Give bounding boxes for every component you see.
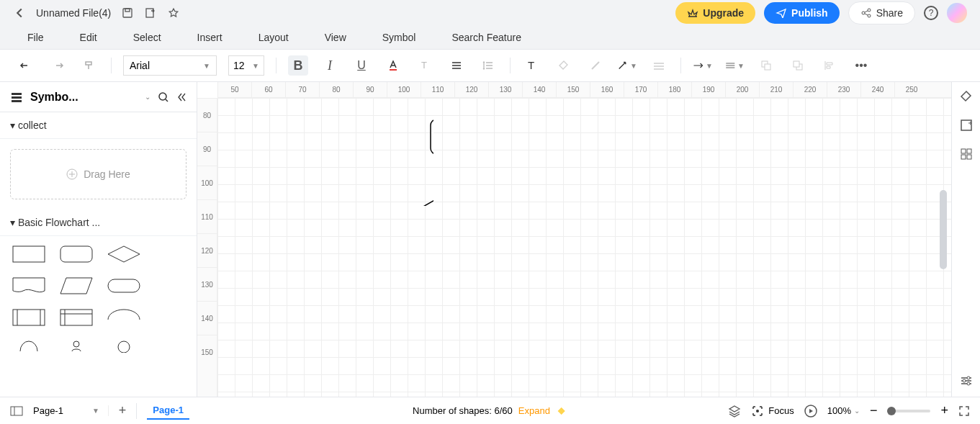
upgrade-button[interactable]: Upgrade: [675, 2, 755, 24]
focus-icon[interactable]: Focus: [751, 405, 794, 418]
help-icon[interactable]: ?: [924, 6, 938, 20]
drag-here-zone[interactable]: Drag Here: [10, 149, 186, 199]
expand-button[interactable]: Expand: [518, 405, 550, 416]
settings-icon[interactable]: [959, 374, 974, 388]
menu-insert[interactable]: Insert: [197, 32, 222, 43]
scrollbar-vertical[interactable]: [940, 190, 947, 269]
shape-rectangle[interactable]: [10, 243, 48, 265]
underline-icon[interactable]: U: [351, 55, 372, 76]
menu-select[interactable]: Select: [133, 32, 161, 43]
line-color-icon[interactable]: [585, 55, 606, 76]
collect-section[interactable]: ▾ collect: [0, 112, 197, 139]
svg-rect-19: [60, 246, 92, 262]
back-icon[interactable]: [13, 6, 26, 19]
svg-point-24: [118, 341, 130, 353]
sidebar-left: Symbo... ⌄ ▾ collect Drag Here ▾ Basic F…: [0, 82, 197, 397]
basic-flowchart-section[interactable]: ▾ Basic Flowchart ...: [0, 209, 197, 236]
shape-predefined[interactable]: [10, 307, 48, 328]
basic-flowchart-label: Basic Flowchart ...: [18, 217, 100, 228]
zoom-select[interactable]: 100%⌄: [827, 405, 860, 416]
presentation-icon[interactable]: [804, 405, 817, 418]
font-select[interactable]: Arial▼: [123, 55, 217, 76]
shape-rounded-rect[interactable]: [58, 243, 95, 265]
redo-icon[interactable]: [48, 55, 68, 76]
more-icon[interactable]: •••: [851, 55, 871, 76]
publish-button[interactable]: Publish: [764, 2, 840, 24]
library-icon: [10, 91, 23, 104]
shape-manual-op[interactable]: [58, 338, 95, 353]
shape-circle-half[interactable]: [10, 338, 48, 353]
page-list-icon[interactable]: [10, 406, 23, 416]
file-name[interactable]: Unnamed File(4): [36, 7, 111, 19]
collect-label: collect: [18, 119, 47, 131]
text-tool-icon[interactable]: T: [522, 55, 542, 76]
svg-rect-21: [13, 310, 45, 325]
shape-connector-circle[interactable]: [105, 338, 143, 353]
search-icon[interactable]: [158, 91, 169, 103]
canvas[interactable]: 5060708090100110120130140150160170180190…: [197, 82, 951, 397]
expand-lib-icon[interactable]: ⌄: [145, 93, 150, 101]
shape-document[interactable]: [10, 275, 48, 297]
arrow-style-icon[interactable]: ▼: [693, 55, 713, 76]
font-color-icon[interactable]: [383, 55, 403, 76]
menu-file[interactable]: File: [27, 32, 44, 43]
italic-icon[interactable]: I: [320, 55, 340, 76]
avatar[interactable]: [947, 3, 967, 23]
zoom-value: 100%: [827, 405, 851, 416]
page-select[interactable]: Page-1▼: [33, 405, 109, 416]
line-style-icon[interactable]: [649, 55, 669, 76]
canvas-grid[interactable]: [217, 98, 951, 397]
zoom-out-button[interactable]: −: [870, 403, 878, 418]
shape-parallelogram[interactable]: [58, 275, 95, 297]
layers-icon[interactable]: [728, 405, 741, 418]
star-icon[interactable]: [167, 6, 180, 19]
svg-rect-10: [765, 64, 770, 70]
shape-diamond[interactable]: [105, 243, 143, 265]
svg-rect-12: [794, 61, 799, 67]
fill-icon[interactable]: [554, 55, 574, 76]
properties-icon[interactable]: [959, 118, 974, 132]
menu-search-feature[interactable]: Search Feature: [451, 32, 521, 43]
zoom-in-button[interactable]: +: [940, 403, 948, 418]
bold-icon[interactable]: B: [288, 55, 308, 76]
svg-rect-57: [11, 407, 22, 415]
shape-count: Number of shapes: 6/60: [413, 405, 513, 416]
align-icon[interactable]: [446, 55, 467, 76]
line-spacing-icon[interactable]: [478, 55, 498, 76]
svg-rect-2: [146, 9, 153, 17]
fullscreen-icon[interactable]: [958, 405, 970, 417]
theme-icon[interactable]: [959, 89, 974, 104]
grid-icon[interactable]: [959, 147, 974, 161]
share-button[interactable]: Share: [848, 1, 915, 24]
page-tab[interactable]: Page-1: [147, 402, 189, 420]
menu-symbol[interactable]: Symbol: [382, 32, 416, 43]
connector-icon[interactable]: ▼: [617, 55, 637, 76]
save-icon[interactable]: [121, 6, 134, 19]
menu-layout[interactable]: Layout: [259, 32, 289, 43]
ruler-horizontal: 5060708090100110120130140150160170180190…: [217, 82, 951, 98]
send-back-icon[interactable]: [788, 55, 808, 76]
bring-front-icon[interactable]: [756, 55, 776, 76]
format-painter-icon[interactable]: [79, 55, 99, 76]
menu-edit[interactable]: Edit: [80, 32, 97, 43]
font-value: Arial: [130, 60, 150, 71]
undo-icon[interactable]: [16, 55, 36, 76]
expand-arrow-icon[interactable]: [556, 405, 567, 417]
shape-ellipse-half[interactable]: [105, 307, 143, 321]
export-icon[interactable]: [144, 6, 157, 19]
svg-point-5: [868, 14, 871, 17]
svg-rect-13: [12, 93, 22, 95]
collapse-sidebar-icon[interactable]: [176, 92, 186, 102]
svg-point-54: [967, 376, 970, 379]
svg-rect-6: [390, 69, 397, 71]
zoom-slider[interactable]: [887, 410, 930, 412]
shape-terminator[interactable]: [105, 275, 143, 297]
align-objects-icon[interactable]: [819, 55, 840, 76]
sidebar-right: [951, 82, 980, 397]
font-size-select[interactable]: 12▼: [228, 55, 264, 76]
line-weight-icon[interactable]: ▼: [724, 55, 745, 76]
text-direction-icon[interactable]: T: [415, 55, 435, 76]
menu-view[interactable]: View: [325, 32, 346, 43]
add-page-button[interactable]: +: [119, 403, 127, 418]
shape-internal-storage[interactable]: [58, 307, 95, 328]
